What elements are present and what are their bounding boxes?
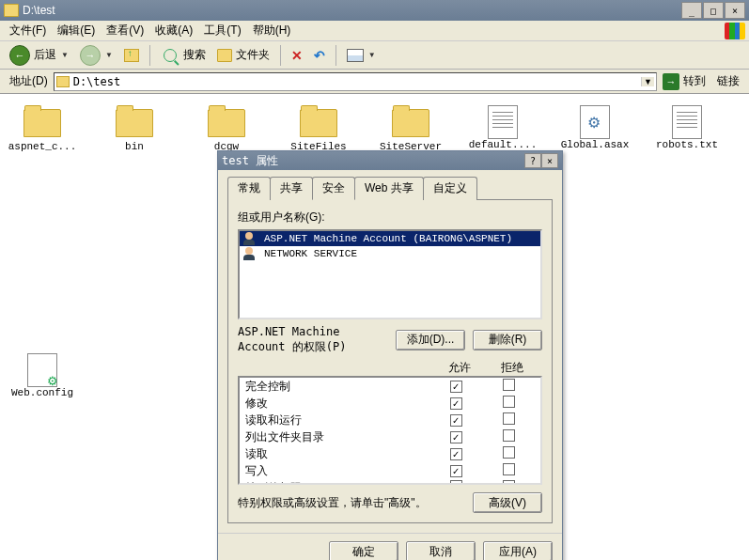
ok-button[interactable]: 确定 bbox=[329, 541, 398, 560]
add-button[interactable]: 添加(D)... bbox=[396, 330, 465, 350]
file-item[interactable]: SiteFiles bbox=[284, 105, 353, 153]
deny-checkbox[interactable] bbox=[503, 379, 515, 391]
permission-name: 读取 bbox=[245, 446, 429, 462]
tab-security[interactable]: 安全 bbox=[312, 177, 355, 200]
file-item[interactable]: bin bbox=[100, 105, 169, 153]
users-listbox[interactable]: ASP.NET Machine Account (BAIRONG\ASPNET)… bbox=[238, 229, 542, 319]
allow-checkbox[interactable]: ✓ bbox=[450, 448, 462, 460]
file-item[interactable]: Web.config bbox=[8, 353, 77, 399]
permission-row: 修改✓ bbox=[240, 395, 540, 412]
apply-button[interactable]: 应用(A) bbox=[483, 541, 553, 560]
back-button[interactable]: ← 后退 ▼ bbox=[6, 44, 72, 67]
views-button[interactable]: ▼ bbox=[343, 44, 380, 67]
dialog-titlebar[interactable]: test 属性 ? × bbox=[218, 151, 562, 170]
permission-row: 读取和运行✓ bbox=[240, 412, 540, 428]
allow-checkbox[interactable]: ✓ bbox=[450, 414, 462, 427]
deny-checkbox[interactable] bbox=[503, 396, 515, 408]
menu-view[interactable]: 查看(V) bbox=[101, 21, 149, 40]
address-bar: 地址(D) D:\test ▼ → 转到 链接 bbox=[0, 70, 749, 94]
file-item[interactable]: default.... bbox=[468, 105, 538, 151]
folders-icon bbox=[217, 49, 232, 62]
delete-button[interactable]: ✕ bbox=[288, 44, 306, 67]
window-titlebar: D:\test _ □ × bbox=[0, 0, 749, 21]
permission-name: 写入 bbox=[245, 463, 429, 479]
forward-button[interactable]: → ▼ bbox=[76, 44, 117, 67]
properties-dialog: test 属性 ? × 常规 共享 安全 Web 共享 自定义 组或用户名称(G… bbox=[217, 150, 563, 560]
dialog-help-button[interactable]: ? bbox=[524, 153, 541, 168]
tab-websharing[interactable]: Web 共享 bbox=[354, 177, 424, 200]
folder-icon bbox=[56, 76, 70, 87]
dialog-close-button[interactable]: × bbox=[541, 153, 558, 168]
file-item[interactable]: Global.asax bbox=[560, 105, 630, 151]
folder-icon bbox=[116, 109, 153, 137]
file-item[interactable]: aspnet_c... bbox=[8, 105, 77, 153]
tab-customize[interactable]: 自定义 bbox=[423, 177, 477, 200]
file-label: aspnet_c... bbox=[8, 141, 77, 153]
user-row[interactable]: ASP.NET Machine Account (BAIRONG\ASPNET) bbox=[240, 231, 540, 246]
allow-checkbox[interactable]: ✓ bbox=[450, 381, 462, 393]
file-item[interactable]: robots.txt bbox=[652, 105, 722, 151]
address-input[interactable]: D:\test ▼ bbox=[54, 72, 657, 91]
allow-checkbox[interactable]: ✓ bbox=[450, 397, 462, 410]
forward-dropdown-icon: ▼ bbox=[105, 51, 113, 59]
menu-favorites[interactable]: 收藏(A) bbox=[149, 21, 198, 40]
config-file-icon bbox=[27, 353, 57, 387]
file-item[interactable]: dcgw bbox=[192, 105, 261, 153]
deny-checkbox[interactable] bbox=[503, 480, 515, 485]
deny-checkbox[interactable] bbox=[503, 412, 515, 425]
tab-general[interactable]: 常规 bbox=[227, 177, 271, 200]
security-panel: 组或用户名称(G): ASP.NET Machine Account (BAIR… bbox=[227, 200, 553, 523]
permissions-listbox[interactable]: 完全控制✓修改✓读取和运行✓列出文件夹目录✓读取✓写入✓特别的权限 bbox=[238, 376, 542, 485]
menu-help[interactable]: 帮助(H) bbox=[247, 21, 297, 40]
remove-button[interactable]: 删除(R) bbox=[473, 330, 542, 350]
menu-tools[interactable]: 工具(T) bbox=[198, 21, 246, 40]
links-label[interactable]: 链接 bbox=[711, 73, 745, 89]
folders-label: 文件夹 bbox=[236, 47, 270, 63]
go-button[interactable]: → 转到 bbox=[657, 71, 711, 92]
deny-column-header: 拒绝 bbox=[486, 360, 538, 376]
address-dropdown-icon[interactable]: ▼ bbox=[641, 77, 654, 86]
x-icon: ✕ bbox=[291, 48, 303, 63]
toolbar: ← 后退 ▼ → ▼ 搜索 文件夹 ✕ ↶ ▼ bbox=[0, 41, 749, 70]
menu-file[interactable]: 文件(F) bbox=[4, 21, 52, 40]
user-name: ASP.NET Machine Account (BAIRONG\ASPNET) bbox=[264, 233, 512, 244]
folder-icon bbox=[300, 109, 337, 137]
permission-name: 特别的权限 bbox=[245, 480, 429, 486]
permission-row: 列出文件夹目录✓ bbox=[240, 428, 540, 445]
allow-checkbox[interactable]: ✓ bbox=[450, 431, 462, 443]
advanced-button[interactable]: 高级(V) bbox=[473, 492, 542, 513]
views-icon bbox=[347, 49, 364, 62]
back-dropdown-icon: ▼ bbox=[61, 51, 69, 59]
search-button[interactable]: 搜索 bbox=[157, 44, 210, 67]
file-label: bin bbox=[100, 141, 169, 153]
forward-arrow-icon: → bbox=[80, 45, 101, 66]
cancel-button[interactable]: 取消 bbox=[406, 541, 476, 560]
search-icon bbox=[164, 49, 177, 62]
up-button[interactable] bbox=[120, 44, 143, 67]
user-icon bbox=[243, 232, 258, 245]
menu-edit[interactable]: 编辑(E) bbox=[52, 21, 101, 40]
user-name: NETWORK SERVICE bbox=[264, 248, 357, 259]
permission-row: 写入✓ bbox=[240, 462, 540, 479]
deny-checkbox[interactable] bbox=[503, 446, 515, 459]
folders-button[interactable]: 文件夹 bbox=[213, 44, 273, 67]
user-icon bbox=[243, 247, 258, 260]
tab-sharing[interactable]: 共享 bbox=[270, 177, 313, 200]
file-item[interactable]: SiteServer bbox=[376, 105, 445, 153]
go-label: 转到 bbox=[683, 73, 706, 89]
separator bbox=[280, 45, 281, 66]
separator bbox=[149, 45, 150, 66]
deny-checkbox[interactable] bbox=[503, 463, 515, 475]
permission-row: 特别的权限 bbox=[240, 479, 540, 485]
search-label: 搜索 bbox=[183, 47, 206, 63]
allow-checkbox[interactable] bbox=[450, 480, 462, 485]
back-arrow-icon: ← bbox=[9, 45, 30, 66]
close-button[interactable]: × bbox=[725, 2, 745, 19]
undo-button[interactable]: ↶ bbox=[310, 44, 329, 67]
allow-checkbox[interactable]: ✓ bbox=[450, 465, 462, 477]
deny-checkbox[interactable] bbox=[503, 429, 515, 442]
user-row[interactable]: NETWORK SERVICE bbox=[240, 246, 540, 261]
file-label: Global.asax bbox=[560, 139, 630, 151]
minimize-button[interactable]: _ bbox=[681, 2, 702, 19]
maximize-button[interactable]: □ bbox=[703, 2, 724, 19]
